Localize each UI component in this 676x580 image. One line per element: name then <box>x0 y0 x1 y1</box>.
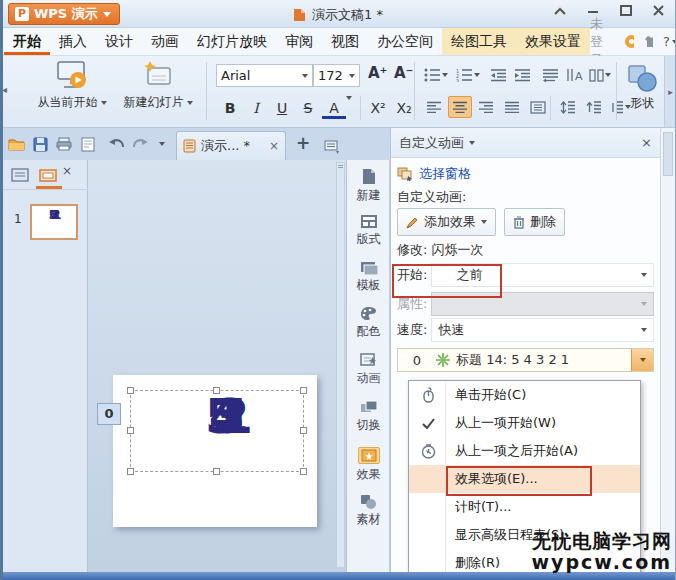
tab-review[interactable]: 审阅 <box>276 28 322 55</box>
slide-thumbnail[interactable]: 54321 <box>30 204 78 240</box>
tab-effect-settings[interactable]: 效果设置 <box>516 28 590 55</box>
tab-insert[interactable]: 插入 <box>50 28 96 55</box>
animation-item-dropdown[interactable] <box>631 349 653 371</box>
animation-list-item[interactable]: 0 标题 14: 5 4 3 2 1 <box>397 348 654 372</box>
resize-handle-nw[interactable] <box>127 387 134 394</box>
add-effect-button[interactable]: 添加效果 <box>397 208 496 236</box>
shapes-button[interactable]: 形状 <box>622 64 662 112</box>
slides-view-tab[interactable] <box>36 165 60 185</box>
skin-shirt-icon[interactable] <box>644 35 653 48</box>
menu-item-start-on-click[interactable]: 单击开始(C) <box>409 381 640 409</box>
decrease-indent-button[interactable] <box>486 64 510 86</box>
text-direction-button[interactable]: A <box>562 64 586 86</box>
start-combo[interactable]: 之前 <box>431 263 654 287</box>
minimize-icon[interactable] <box>587 7 599 15</box>
watermark: 无忧电脑学习网 wypcw.com <box>532 531 672 573</box>
tab-office-space[interactable]: 办公空间 <box>368 28 442 55</box>
print-preview-icon[interactable] <box>78 135 98 153</box>
strikethrough-button[interactable]: S <box>296 97 320 119</box>
start-from-current-button[interactable]: 从当前开始 <box>28 60 116 122</box>
wps-app-menu-button[interactable]: P WPS 演示 <box>8 3 120 25</box>
redo-icon[interactable] <box>130 135 150 153</box>
font-name-combo[interactable]: Arial <box>216 64 313 87</box>
superscript-button[interactable]: X² <box>366 97 390 119</box>
line-spacing-button[interactable] <box>556 96 580 118</box>
ribbon-expand-strip[interactable]: ▸ <box>664 56 676 127</box>
font-color-dropdown[interactable] <box>344 97 354 119</box>
subscript-button[interactable]: X₂ <box>392 97 416 119</box>
bold-button[interactable]: B <box>218 97 242 119</box>
resize-handle-se[interactable] <box>300 468 307 475</box>
tab-home[interactable]: 开始 <box>4 28 50 55</box>
numbered-list-button[interactable]: 123 <box>454 64 482 86</box>
tab-drawing-tools[interactable]: 绘图工具 <box>442 28 516 55</box>
align-right-button[interactable] <box>474 96 498 118</box>
font-color-button[interactable]: A <box>322 99 346 119</box>
panel-scrollbar[interactable] <box>660 128 676 572</box>
close-panel-icon[interactable]: × <box>62 164 72 178</box>
canvas-scrollbar[interactable] <box>336 162 345 568</box>
side-toolbar-template[interactable]: 模板 <box>347 260 390 294</box>
side-toolbar-colors[interactable]: 配色 <box>347 306 390 340</box>
side-toolbar-new[interactable]: 新建 <box>347 168 390 204</box>
close-panel-icon[interactable]: × <box>641 135 652 150</box>
resize-handle-s[interactable] <box>213 468 220 475</box>
side-toolbar-effect[interactable]: 效果 <box>347 447 390 483</box>
paragraph-reorder-button[interactable] <box>538 64 562 86</box>
distribute-button[interactable] <box>526 96 550 118</box>
delete-effect-button[interactable]: 删除 <box>504 208 565 236</box>
tab-design[interactable]: 设计 <box>96 28 142 55</box>
close-tab-icon[interactable]: × <box>269 139 279 153</box>
increase-indent-button[interactable] <box>510 64 534 86</box>
paragraph-spacing-button[interactable] <box>582 96 606 118</box>
bullet-list-button[interactable] <box>422 64 450 86</box>
columns-button[interactable] <box>586 64 614 86</box>
undo-history-dropdown[interactable] <box>152 135 172 153</box>
side-toolbar-transition[interactable]: 切换 <box>347 400 390 434</box>
print-icon[interactable] <box>54 135 74 153</box>
menu-item-effect-options[interactable]: 效果选项(E)... <box>409 465 640 493</box>
tab-slideshow[interactable]: 幻灯片放映 <box>188 28 276 55</box>
menu-item-start-after-previous[interactable]: 从上一项之后开始(A) <box>409 437 640 465</box>
help-button[interactable]: ? <box>663 34 676 49</box>
undo-icon[interactable] <box>106 135 126 153</box>
selection-pane-link[interactable]: 选择窗格 <box>397 162 654 186</box>
speed-combo[interactable]: 快速 <box>431 318 654 342</box>
maximize-icon[interactable] <box>620 5 632 16</box>
slide-canvas[interactable]: 54321 0 <box>88 160 347 572</box>
resize-handle-sw[interactable] <box>127 468 134 475</box>
chevron-down-icon[interactable] <box>469 141 475 148</box>
document-tab[interactable]: 演示... * × <box>176 131 286 160</box>
menu-item-start-with-previous[interactable]: 从上一项开始(W) <box>409 409 640 437</box>
skin-swirl-icon[interactable] <box>624 34 633 49</box>
thumbnail-text: 54321 <box>49 208 54 222</box>
tab-animation[interactable]: 动画 <box>142 28 188 55</box>
new-tab-button[interactable]: + <box>296 133 310 153</box>
tab-view[interactable]: 视图 <box>322 28 368 55</box>
align-left-button[interactable] <box>422 96 446 118</box>
slide[interactable]: 54321 <box>113 375 317 527</box>
side-toolbar-layout[interactable]: 版式 <box>347 214 390 248</box>
side-toolbar-animation[interactable]: 动画 <box>347 353 390 387</box>
justify-button[interactable] <box>500 96 524 118</box>
resize-handle-e[interactable] <box>300 427 307 434</box>
tab-list-button[interactable] <box>324 136 342 155</box>
chevron-down-icon <box>349 74 355 81</box>
resize-handle-w[interactable] <box>127 427 134 434</box>
font-size-combo[interactable]: 172 <box>313 64 360 87</box>
resize-handle-ne[interactable] <box>300 387 307 394</box>
menu-item-timing[interactable]: 计时(T)... <box>409 493 640 521</box>
outline-view-tab[interactable] <box>8 165 32 185</box>
collapse-ribbon-icon[interactable] <box>554 7 566 15</box>
open-folder-icon[interactable] <box>6 135 26 153</box>
title-textbox[interactable]: 54321 <box>130 390 304 472</box>
align-center-button[interactable] <box>448 96 472 118</box>
grow-font-button[interactable]: A⁺ <box>368 64 388 82</box>
italic-button[interactable]: I <box>244 97 268 119</box>
side-toolbar-assets[interactable]: 素材 <box>347 494 390 528</box>
close-icon[interactable] <box>653 5 664 16</box>
save-icon[interactable] <box>30 135 50 153</box>
underline-button[interactable]: U <box>270 97 294 119</box>
shrink-font-button[interactable]: A⁻ <box>394 64 414 82</box>
new-slide-button[interactable]: 新建幻灯片 <box>118 60 198 122</box>
